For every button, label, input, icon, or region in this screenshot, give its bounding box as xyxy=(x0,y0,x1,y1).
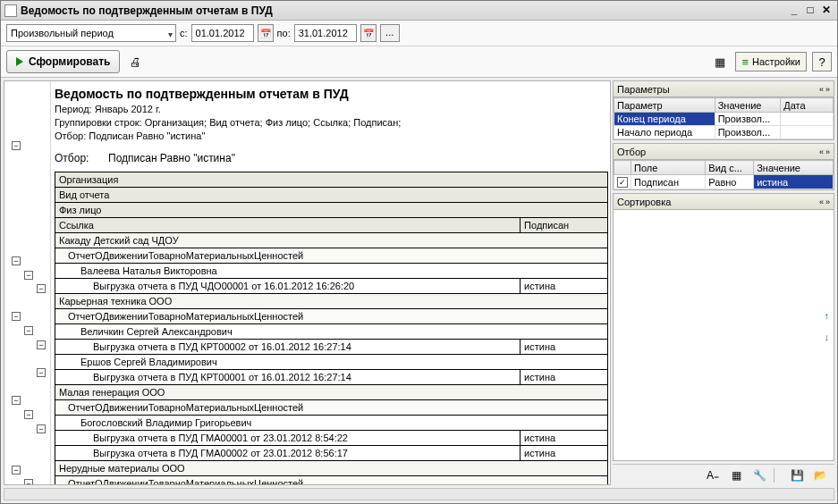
app-icon xyxy=(4,4,17,17)
outline-collapse[interactable]: − xyxy=(12,466,21,475)
date-to-input[interactable]: 31.01.2012 xyxy=(294,24,357,42)
table-row: Физ лицо xyxy=(55,203,608,218)
outline-collapse[interactable]: − xyxy=(24,479,33,485)
period-select-button[interactable]: ... xyxy=(380,24,400,42)
outline-collapse[interactable]: − xyxy=(12,312,21,321)
table-row: Богословский Владимир Григорьевич xyxy=(55,416,608,431)
date-from-calendar-icon[interactable]: 📅 xyxy=(258,24,274,42)
checkbox-icon[interactable]: ✓ xyxy=(617,177,628,188)
col-date[interactable]: Дата xyxy=(781,98,834,113)
grid-options-button[interactable]: ▦ xyxy=(710,52,730,71)
table-row: ОтчетОДвиженииТоварноМатериальныхЦенност… xyxy=(55,476,608,486)
table-row: Конец периодаПроизвол... xyxy=(614,113,834,126)
outline-collapse[interactable]: − xyxy=(12,141,21,150)
filter-label: Отбор: xyxy=(55,152,108,164)
titlebar: Ведомость по подтвержденным отчетам в ПУ… xyxy=(1,1,837,21)
col-comp[interactable]: Вид с... xyxy=(706,161,754,175)
report-pane: − − − − − − − − − − − − − Ведомость по п… xyxy=(4,80,611,485)
period-toolbar: Произвольный период с: 01.01.2012 📅 по: … xyxy=(1,21,837,46)
report-filter-meta: Отбор: Подписан Равно "истина" xyxy=(55,130,608,143)
hdr-link: Ссылка xyxy=(55,218,521,233)
period-type-combo[interactable]: Произвольный период xyxy=(6,24,176,42)
table-row: Малая генерация ООО xyxy=(55,385,608,400)
date-from-input[interactable]: 01.01.2012 xyxy=(191,24,254,42)
col-field[interactable]: Поле xyxy=(631,161,706,175)
outline-collapse[interactable]: − xyxy=(24,271,33,280)
table-row: СсылкаПодписан xyxy=(55,218,608,233)
table-row: Организация xyxy=(55,172,608,188)
panel-prev-icon[interactable]: « xyxy=(819,197,824,206)
hdr-type: Вид отчета xyxy=(55,188,608,203)
panel-next-icon[interactable]: » xyxy=(825,197,830,206)
report-title: Ведомость по подтвержденным отчетам в ПУ… xyxy=(55,83,608,103)
outline-collapse[interactable]: − xyxy=(37,424,46,433)
list-icon: ≡ xyxy=(741,55,749,69)
outline-gutter: − − − − − − − − − − − − − xyxy=(4,81,51,484)
col-value[interactable]: Значение xyxy=(715,98,781,113)
outline-collapse[interactable]: − xyxy=(24,410,33,419)
date-to-calendar-icon[interactable]: 📅 xyxy=(360,24,377,42)
hdr-person: Физ лицо xyxy=(55,203,608,218)
move-up-icon[interactable]: ↑ xyxy=(825,310,830,321)
hdr-org: Организация xyxy=(55,172,608,188)
filter-value: Подписан Равно "истина" xyxy=(108,152,235,164)
main-window: Ведомость по подтвержденным отчетам в ПУ… xyxy=(0,0,838,504)
move-down-icon[interactable]: ↓ xyxy=(825,332,830,342)
report-period: Период: Январь 2012 г. xyxy=(55,103,608,116)
report-body: Ведомость по подтвержденным отчетам в ПУ… xyxy=(51,81,610,484)
panel-prev-icon[interactable]: « xyxy=(819,147,824,156)
panel-prev-icon[interactable]: « xyxy=(819,85,824,94)
outline-collapse[interactable]: − xyxy=(24,326,33,335)
settings-toggle-button[interactable]: ≡ Настройки xyxy=(735,52,807,71)
maximize-button[interactable]: □ xyxy=(803,4,817,17)
from-label: с: xyxy=(180,28,188,38)
outline-collapse[interactable]: − xyxy=(12,396,21,405)
outline-collapse[interactable]: − xyxy=(37,284,46,293)
filter-grid[interactable]: ПолеВид с...Значение ✓ПодписанРавноистин… xyxy=(614,160,834,189)
print-preview-button[interactable]: 🖨 xyxy=(125,52,145,71)
save-settings-button[interactable]: 💾 xyxy=(788,467,806,483)
table-row: ✓ПодписанРавноистина xyxy=(614,175,834,189)
outline-collapse[interactable]: − xyxy=(37,340,46,349)
help-button[interactable]: ? xyxy=(812,52,832,71)
table-row: Выгрузка отчета в ПУД КРТ00002 от 16.01.… xyxy=(55,340,608,355)
font-settings-button[interactable]: A₌ xyxy=(704,467,722,483)
params-panel: Параметры«» ПараметрЗначениеДата Конец п… xyxy=(613,80,834,140)
tools-button[interactable]: 🔧 xyxy=(750,467,768,483)
col-param[interactable]: Параметр xyxy=(614,98,715,113)
layout-button[interactable]: ▦ xyxy=(727,467,745,483)
params-grid[interactable]: ПараметрЗначениеДата Конец периодаПроизв… xyxy=(614,97,834,139)
params-title: Параметры xyxy=(617,84,670,95)
to-label: по: xyxy=(277,28,291,38)
table-row: Какаду Детский сад ЧДОУ xyxy=(55,233,608,248)
table-row: Вид отчета xyxy=(55,188,608,203)
run-button[interactable]: Сформировать xyxy=(6,50,120,73)
table-row: Выгрузка отчета в ПУД ГМА00001 от 23.01.… xyxy=(55,431,608,446)
table-row: ОтчетОДвиженииТоварноМатериальныхЦенност… xyxy=(55,248,608,264)
outline-collapse[interactable]: − xyxy=(37,368,46,377)
open-settings-button[interactable]: 📂 xyxy=(811,467,829,483)
table-row: ОтчетОДвиженииТоварноМатериальныхЦенност… xyxy=(55,309,608,324)
table-row: Валеева Наталья Викторовна xyxy=(55,264,608,279)
play-icon xyxy=(16,57,23,66)
table-row: Величкин Сергей Александрович xyxy=(55,324,608,340)
outline-collapse[interactable]: − xyxy=(12,256,21,265)
close-button[interactable]: ✕ xyxy=(819,4,834,17)
col-val[interactable]: Значение xyxy=(754,161,834,175)
table-row: Выгрузка отчета в ПУД ГМА00002 от 23.01.… xyxy=(55,446,608,461)
side-bottom-toolbar: A₌ ▦ 🔧 💾 📂 xyxy=(613,464,834,485)
filter-line: Отбор: Подписан Равно "истина" xyxy=(55,152,608,164)
panel-next-icon[interactable]: » xyxy=(825,147,830,156)
table-row: Карьерная техника ООО xyxy=(55,294,608,309)
panel-next-icon[interactable]: » xyxy=(825,85,830,94)
horizontal-scrollbar[interactable] xyxy=(4,488,834,500)
table-row: Выгрузка отчета в ПУД ЧДО00001 от 16.01.… xyxy=(55,279,608,294)
minimize-button[interactable]: _ xyxy=(787,4,801,17)
filter-title: Отбор xyxy=(617,147,646,157)
table-row: Ершов Сергей Владимирович xyxy=(55,355,608,370)
side-pane: Параметры«» ПараметрЗначениеДата Конец п… xyxy=(613,80,834,485)
hdr-signed: Подписан xyxy=(521,218,608,233)
table-row: Выгрузка отчета в ПУД КРТ00001 от 16.01.… xyxy=(55,370,608,385)
report-groupings: Группировки строк: Организация; Вид отче… xyxy=(55,116,608,130)
table-row: ОтчетОДвиженииТоварноМатериальныхЦенност… xyxy=(55,400,608,416)
